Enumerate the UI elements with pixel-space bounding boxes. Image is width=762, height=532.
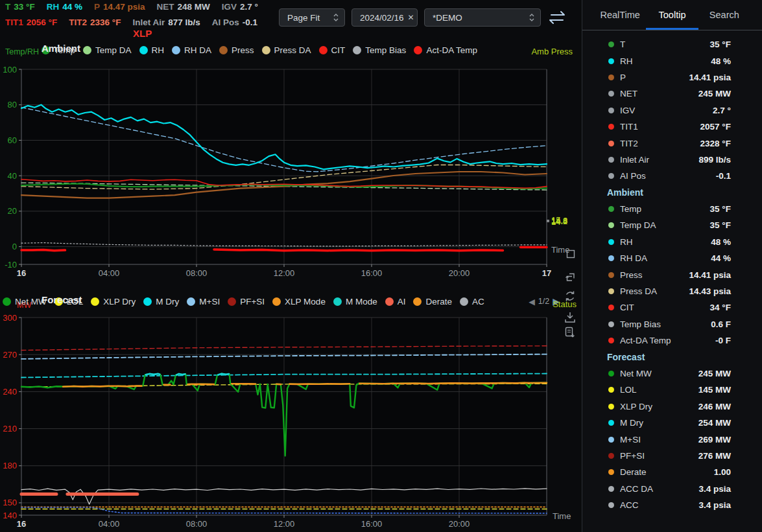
header-controls: Page Fit 2024/02/16 ✕ *DEMO bbox=[279, 8, 567, 27]
series-dot-icon bbox=[608, 58, 614, 64]
export-report-icon[interactable] bbox=[564, 326, 577, 339]
tooltip-row-press: Press14.41 psia bbox=[582, 266, 762, 283]
tooltip-row-temp: Temp35 °F bbox=[582, 201, 762, 217]
svg-text:140: 140 bbox=[3, 511, 17, 520]
svg-text:04:00: 04:00 bbox=[99, 519, 120, 529]
active-mode-label: XLP bbox=[133, 28, 152, 39]
series-dot-icon bbox=[608, 469, 614, 475]
header-readings-row1: T33 °FRH44 %P14.47 psiaNET248 MWIGV2.7 ° bbox=[5, 2, 258, 12]
chart1-legend: TempTemp DARHRH DAPressPress DACITTemp B… bbox=[42, 41, 536, 58]
series-dot-icon bbox=[608, 91, 614, 97]
box-zoom-icon[interactable] bbox=[565, 248, 577, 260]
legend-prev-page-icon[interactable]: ◀ bbox=[529, 297, 535, 306]
svg-text:240: 240 bbox=[3, 387, 17, 397]
legend-item-derate[interactable]: Derate bbox=[413, 297, 452, 306]
reset-zoom-icon[interactable] bbox=[565, 271, 577, 283]
tab-tooltip[interactable]: Tooltip bbox=[646, 0, 698, 30]
tooltip-row-act-da-temp: Act-DA Temp-0 F bbox=[582, 332, 762, 349]
svg-text:80: 80 bbox=[8, 100, 17, 110]
tooltip-row-cit: CIT34 °F bbox=[582, 299, 762, 316]
legend-dot-icon bbox=[91, 297, 99, 306]
legend-dot-icon bbox=[262, 46, 270, 54]
legend-item-temp-bias[interactable]: Temp Bias bbox=[353, 45, 406, 55]
series-dot-icon bbox=[608, 141, 614, 146]
legend-dot-icon bbox=[172, 46, 180, 54]
chart1-title: Ambient bbox=[42, 43, 80, 54]
svg-text:20: 20 bbox=[8, 206, 17, 216]
tooltip-row-inlet-air: Inlet Air899 lb/s bbox=[582, 152, 762, 168]
updown-chevron-icon bbox=[333, 12, 339, 23]
dataset-select[interactable]: *DEMO bbox=[424, 8, 541, 27]
date-filter-chip[interactable]: 2024/02/16 ✕ bbox=[351, 8, 418, 27]
legend-dot-icon bbox=[143, 297, 152, 306]
tooltip-row-press-da: Press DA14.43 psia bbox=[582, 283, 762, 299]
legend-item-press-da[interactable]: Press DA bbox=[262, 45, 311, 55]
legend-dot-icon bbox=[414, 46, 422, 54]
legend-dot-icon bbox=[460, 297, 468, 306]
tooltip-row-tit1: TIT12057 °F bbox=[582, 119, 762, 135]
legend-item-ac[interactable]: AC bbox=[460, 297, 484, 306]
svg-text:300: 300 bbox=[3, 313, 17, 323]
refresh-icon[interactable] bbox=[564, 290, 577, 303]
svg-text:60: 60 bbox=[8, 135, 17, 145]
legend-dot-icon bbox=[413, 297, 422, 306]
legend-item-act-da-temp[interactable]: Act-DA Temp bbox=[414, 45, 477, 55]
legend-item-xlp-mode[interactable]: XLP Mode bbox=[272, 297, 326, 306]
svg-text:210: 210 bbox=[3, 424, 17, 434]
svg-text:14: 14 bbox=[551, 217, 560, 227]
legend-item-rh-da[interactable]: RH DA bbox=[172, 45, 211, 55]
page-fit-value: Page Fit bbox=[287, 13, 320, 23]
legend-item-net-mw[interactable]: Net MW bbox=[3, 297, 47, 306]
legend-dot-icon bbox=[353, 46, 361, 54]
download-icon[interactable] bbox=[564, 311, 577, 324]
clear-date-icon[interactable]: ✕ bbox=[408, 13, 414, 22]
legend-item-m-si[interactable]: M+SI bbox=[187, 297, 220, 306]
legend-dot-icon bbox=[187, 297, 195, 306]
legend-item-ai[interactable]: AI bbox=[385, 297, 406, 306]
section-header-ambient: Ambient bbox=[582, 185, 762, 201]
header-reading-tit1: TIT12056 °F bbox=[5, 17, 57, 27]
legend-item-cit[interactable]: CIT bbox=[319, 45, 346, 55]
legend-item-press[interactable]: Press bbox=[219, 45, 254, 55]
svg-text:180: 180 bbox=[3, 461, 17, 470]
page-fit-select[interactable]: Page Fit bbox=[279, 8, 345, 27]
legend-item-rh[interactable]: RH bbox=[139, 45, 165, 55]
legend-item-m-dry[interactable]: M Dry bbox=[143, 297, 179, 306]
date-filter-value: 2024/02/16 bbox=[360, 13, 404, 23]
chart2-title: Forecast bbox=[42, 294, 82, 305]
legend-item-temp-da[interactable]: Temp DA bbox=[83, 45, 132, 55]
ambient-chart[interactable]: 100806040200-101514.814.614.414.2141604:… bbox=[0, 60, 582, 286]
svg-text:12:00: 12:00 bbox=[274, 519, 295, 529]
legend-item-xlp-dry[interactable]: XLP Dry bbox=[91, 297, 136, 306]
forecast-chart[interactable]: 30027024021018015014025201510501604:0008… bbox=[0, 310, 582, 532]
legend-dot-icon bbox=[219, 46, 228, 54]
legend-item-pf-si[interactable]: PF+SI bbox=[228, 297, 265, 306]
series-dot-icon bbox=[608, 222, 614, 228]
series-dot-icon bbox=[608, 305, 614, 310]
tab-search[interactable]: Search bbox=[698, 0, 750, 30]
header-reading-t: T33 °F bbox=[5, 2, 35, 12]
header-readings-row2: TIT12056 °FTIT22336 °FInlet Air877 lb/sA… bbox=[5, 17, 257, 27]
svg-text:16: 16 bbox=[17, 268, 26, 278]
section-header-forecast: Forecast bbox=[582, 349, 762, 365]
legend-page-indicator: 1/2 bbox=[538, 297, 549, 306]
legend-dot-icon bbox=[385, 297, 394, 306]
header-reading-igv: IGV2.7 ° bbox=[222, 2, 258, 12]
tooltip-row-net-mw: Net MW245 MW bbox=[582, 365, 762, 382]
tooltip-row-rh: RH48 % bbox=[582, 234, 762, 250]
series-dot-icon bbox=[608, 239, 614, 245]
legend-item-m-mode[interactable]: M Mode bbox=[333, 297, 377, 306]
tooltip-row-rh-da: RH DA44 % bbox=[582, 250, 762, 266]
tooltip-row-acc-da: ACC DA3.4 psia bbox=[582, 481, 762, 497]
header-reading-ai-pos: AI Pos-0.1 bbox=[212, 17, 257, 27]
swap-arrows-icon[interactable] bbox=[547, 9, 567, 26]
series-dot-icon bbox=[608, 338, 614, 343]
legend-dot-icon bbox=[3, 297, 11, 306]
svg-text:0: 0 bbox=[12, 242, 17, 251]
series-dot-icon bbox=[608, 420, 614, 426]
tooltip-row-temp-bias: Temp Bias0.6 F bbox=[582, 316, 762, 332]
header: T33 °FRH44 %P14.47 psiaNET248 MWIGV2.7 °… bbox=[0, 0, 582, 39]
tooltip-row-lol: LOL145 MW bbox=[582, 382, 762, 398]
series-dot-icon bbox=[608, 255, 614, 261]
tab-realtime[interactable]: RealTime bbox=[594, 0, 646, 30]
